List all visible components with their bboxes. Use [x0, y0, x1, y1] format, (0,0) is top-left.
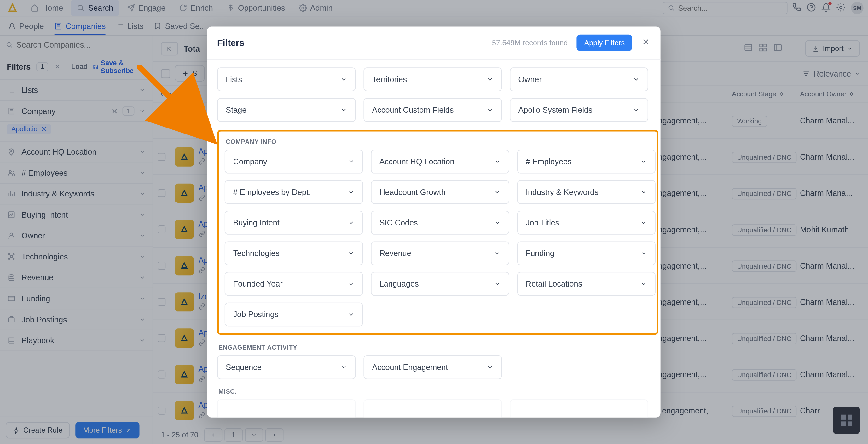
filter-pill-label: Headcount Growth [379, 187, 445, 197]
company-info-highlight: COMPANY INFO Company Account HQ Location… [217, 130, 658, 335]
filter-pill-label: Revenue [379, 249, 411, 258]
filter-custom-fields[interactable]: Account Custom Fields [363, 98, 502, 122]
filter-technologies[interactable]: Technologies [224, 241, 363, 265]
filter-pill-label: Funding [526, 249, 554, 258]
chevron-down-icon [348, 311, 354, 318]
section-misc: MISC. [218, 388, 658, 395]
filter-lists[interactable]: Lists [217, 67, 355, 91]
filter-pill-label: Territories [372, 75, 407, 84]
filter-employees[interactable]: # Employees [517, 149, 656, 173]
apply-filters-button[interactable]: Apply Filters [577, 35, 632, 51]
filter-pill-label: Founded Year [233, 279, 282, 288]
filter-sequence[interactable]: Sequence [217, 355, 355, 379]
filter-misc-2[interactable] [363, 399, 502, 417]
filter-pill-label: # Employees [526, 157, 572, 166]
filter-employees-dept[interactable]: # Employees by Dept. [224, 180, 363, 204]
filter-pill-label: Account Custom Fields [372, 105, 454, 115]
filter-pill-label: # Employees by Dept. [233, 187, 310, 197]
filter-territories[interactable]: Territories [363, 67, 502, 91]
filter-pill-label: Technologies [233, 249, 279, 258]
filter-pill-label: Account HQ Location [379, 157, 454, 166]
chevron-down-icon [494, 280, 501, 287]
filter-pill-label: SIC Codes [379, 218, 417, 227]
chevron-down-icon [640, 280, 647, 287]
chevron-down-icon [348, 158, 354, 165]
filter-hq-location[interactable]: Account HQ Location [371, 149, 509, 173]
filter-stage[interactable]: Stage [217, 98, 355, 122]
filter-misc-3[interactable] [509, 399, 648, 417]
filter-pill-label: Sequence [226, 363, 261, 372]
records-count: 57.649M records found [492, 38, 568, 47]
filter-founded-year[interactable]: Founded Year [224, 272, 363, 296]
filter-pill-label: Retail Locations [526, 279, 582, 288]
chevron-down-icon [486, 106, 493, 113]
chevron-down-icon [494, 219, 501, 226]
chevron-down-icon [640, 219, 647, 226]
chevron-down-icon [348, 219, 354, 226]
chevron-down-icon [494, 189, 501, 196]
filter-pill-label: Stage [226, 105, 246, 115]
chevron-down-icon [486, 76, 493, 83]
filter-pill-label: Job Postings [233, 310, 278, 319]
filter-industry[interactable]: Industry & Keywords [517, 180, 656, 204]
chevron-down-icon [632, 106, 640, 113]
section-company-info: COMPANY INFO [226, 138, 651, 145]
chevron-down-icon [348, 250, 354, 257]
filter-pill-label: Apollo System Fields [518, 105, 592, 115]
filter-job-titles[interactable]: Job Titles [517, 211, 656, 235]
chevron-down-icon [348, 280, 354, 287]
filter-languages[interactable]: Languages [371, 272, 509, 296]
filter-pill-label: Languages [379, 279, 418, 288]
filter-account-engagement[interactable]: Account Engagement [363, 355, 502, 379]
close-modal-button[interactable] [641, 37, 650, 48]
chevron-down-icon [632, 76, 640, 83]
filter-pill-label: Owner [518, 75, 541, 84]
filter-system-fields[interactable]: Apollo System Fields [509, 98, 648, 122]
filters-modal: Filters 57.649M records found Apply Filt… [207, 27, 661, 417]
filter-pill-label: Buying Intent [233, 218, 279, 227]
filter-job-postings[interactable]: Job Postings [224, 303, 363, 327]
chevron-down-icon [340, 106, 347, 113]
help-widget[interactable] [833, 407, 860, 434]
section-engagement: ENGAGEMENT ACTIVITY [218, 344, 658, 351]
chevron-down-icon [348, 189, 354, 196]
filter-owner[interactable]: Owner [509, 67, 648, 91]
chevron-down-icon [640, 158, 647, 165]
filter-funding[interactable]: Funding [517, 241, 656, 265]
filter-pill-label: Lists [226, 75, 242, 84]
filter-misc-1[interactable] [217, 399, 355, 417]
chevron-down-icon [340, 76, 347, 83]
chevron-down-icon [340, 364, 347, 371]
filter-revenue[interactable]: Revenue [371, 241, 509, 265]
chevron-down-icon [486, 364, 493, 371]
filter-pill-label: Industry & Keywords [526, 187, 598, 197]
chevron-down-icon [494, 250, 501, 257]
filter-headcount-growth[interactable]: Headcount Growth [371, 180, 509, 204]
filter-retail-locations[interactable]: Retail Locations [517, 272, 656, 296]
chevron-down-icon [640, 250, 647, 257]
filter-pill-label: Account Engagement [372, 363, 448, 372]
filter-buying-intent[interactable]: Buying Intent [224, 211, 363, 235]
modal-title: Filters [217, 38, 244, 48]
filter-pill-label: Job Titles [526, 218, 559, 227]
filter-pill-label: Company [233, 157, 267, 166]
chevron-down-icon [640, 189, 647, 196]
filter-company[interactable]: Company [224, 149, 363, 173]
filter-sic-codes[interactable]: SIC Codes [371, 211, 509, 235]
chevron-down-icon [494, 158, 501, 165]
